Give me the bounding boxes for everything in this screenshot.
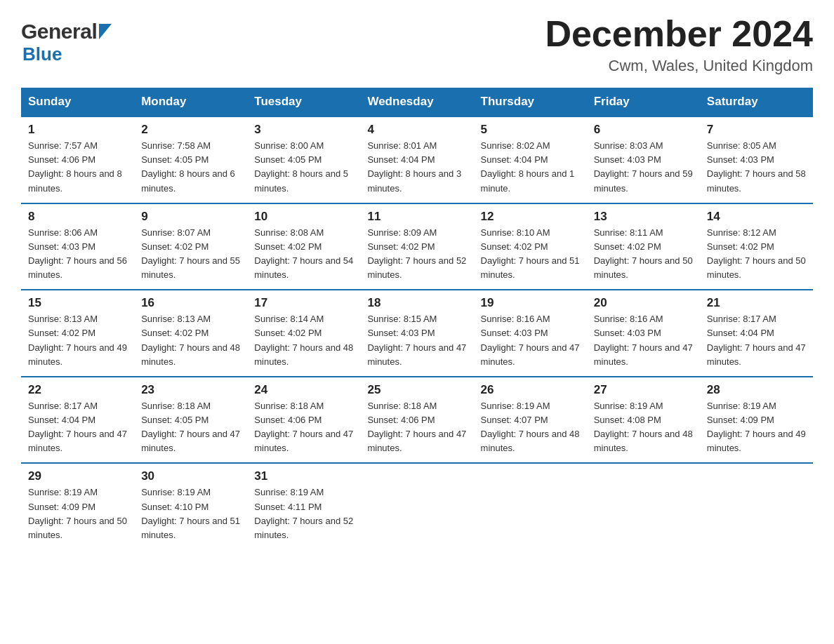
- calendar-cell: [360, 463, 473, 549]
- svg-marker-0: [99, 24, 112, 39]
- logo-general-text: General: [21, 20, 97, 43]
- calendar-cell: 5Sunrise: 8:02 AMSunset: 4:04 PMDaylight…: [474, 116, 587, 203]
- day-number: 1: [28, 123, 127, 137]
- day-info: Sunrise: 7:58 AMSunset: 4:05 PMDaylight:…: [141, 139, 240, 196]
- calendar-cell: 28Sunrise: 8:19 AMSunset: 4:09 PMDayligh…: [700, 377, 813, 464]
- calendar-week-row: 8Sunrise: 8:06 AMSunset: 4:03 PMDaylight…: [21, 203, 813, 290]
- day-info: Sunrise: 8:19 AMSunset: 4:10 PMDaylight:…: [141, 485, 240, 542]
- calendar-cell: 22Sunrise: 8:17 AMSunset: 4:04 PMDayligh…: [21, 377, 134, 464]
- calendar-cell: 9Sunrise: 8:07 AMSunset: 4:02 PMDaylight…: [134, 203, 247, 290]
- day-info: Sunrise: 7:57 AMSunset: 4:06 PMDaylight:…: [28, 139, 127, 196]
- calendar-cell: 11Sunrise: 8:09 AMSunset: 4:02 PMDayligh…: [360, 203, 473, 290]
- day-info: Sunrise: 8:09 AMSunset: 4:02 PMDaylight:…: [367, 226, 466, 283]
- day-number: 30: [141, 469, 240, 483]
- day-number: 18: [367, 296, 466, 310]
- calendar-cell: 13Sunrise: 8:11 AMSunset: 4:02 PMDayligh…: [587, 203, 700, 290]
- day-info: Sunrise: 8:13 AMSunset: 4:02 PMDaylight:…: [28, 312, 127, 369]
- calendar-cell: 2Sunrise: 7:58 AMSunset: 4:05 PMDaylight…: [134, 116, 247, 203]
- day-number: 14: [707, 210, 806, 224]
- day-number: 21: [707, 296, 806, 310]
- day-info: Sunrise: 8:03 AMSunset: 4:03 PMDaylight:…: [594, 139, 693, 196]
- calendar-week-row: 15Sunrise: 8:13 AMSunset: 4:02 PMDayligh…: [21, 290, 813, 377]
- calendar-cell: 16Sunrise: 8:13 AMSunset: 4:02 PMDayligh…: [134, 290, 247, 377]
- calendar-week-row: 1Sunrise: 7:57 AMSunset: 4:06 PMDaylight…: [21, 116, 813, 203]
- day-info: Sunrise: 8:13 AMSunset: 4:02 PMDaylight:…: [141, 312, 240, 369]
- title-block: December 2024 Cwm, Wales, United Kingdom: [545, 14, 813, 75]
- column-header-sunday: Sunday: [21, 88, 134, 116]
- day-number: 4: [367, 123, 466, 137]
- day-info: Sunrise: 8:15 AMSunset: 4:03 PMDaylight:…: [367, 312, 466, 369]
- day-info: Sunrise: 8:19 AMSunset: 4:09 PMDaylight:…: [28, 485, 127, 542]
- day-number: 15: [28, 296, 127, 310]
- calendar-cell: 17Sunrise: 8:14 AMSunset: 4:02 PMDayligh…: [247, 290, 360, 377]
- day-number: 3: [254, 123, 353, 137]
- calendar-cell: 20Sunrise: 8:16 AMSunset: 4:03 PMDayligh…: [587, 290, 700, 377]
- day-info: Sunrise: 8:08 AMSunset: 4:02 PMDaylight:…: [254, 226, 353, 283]
- day-number: 8: [28, 210, 127, 224]
- calendar-week-row: 22Sunrise: 8:17 AMSunset: 4:04 PMDayligh…: [21, 377, 813, 464]
- column-header-saturday: Saturday: [700, 88, 813, 116]
- day-number: 16: [141, 296, 240, 310]
- day-number: 22: [28, 383, 127, 397]
- day-number: 26: [481, 383, 580, 397]
- day-info: Sunrise: 8:18 AMSunset: 4:06 PMDaylight:…: [367, 399, 466, 456]
- logo: General Blue: [21, 14, 112, 65]
- calendar-cell: 27Sunrise: 8:19 AMSunset: 4:08 PMDayligh…: [587, 377, 700, 464]
- day-number: 20: [594, 296, 693, 310]
- calendar-cell: [474, 463, 587, 549]
- day-info: Sunrise: 8:16 AMSunset: 4:03 PMDaylight:…: [481, 312, 580, 369]
- logo-blue-text: Blue: [22, 43, 62, 65]
- day-number: 19: [481, 296, 580, 310]
- calendar-location: Cwm, Wales, United Kingdom: [545, 57, 813, 75]
- day-info: Sunrise: 8:05 AMSunset: 4:03 PMDaylight:…: [707, 139, 806, 196]
- calendar-cell: 23Sunrise: 8:18 AMSunset: 4:05 PMDayligh…: [134, 377, 247, 464]
- column-header-monday: Monday: [134, 88, 247, 116]
- day-info: Sunrise: 8:14 AMSunset: 4:02 PMDaylight:…: [254, 312, 353, 369]
- day-info: Sunrise: 8:18 AMSunset: 4:06 PMDaylight:…: [254, 399, 353, 456]
- day-info: Sunrise: 8:17 AMSunset: 4:04 PMDaylight:…: [707, 312, 806, 369]
- calendar-cell: 12Sunrise: 8:10 AMSunset: 4:02 PMDayligh…: [474, 203, 587, 290]
- calendar-cell: 6Sunrise: 8:03 AMSunset: 4:03 PMDaylight…: [587, 116, 700, 203]
- calendar-cell: 1Sunrise: 7:57 AMSunset: 4:06 PMDaylight…: [21, 116, 134, 203]
- calendar-week-row: 29Sunrise: 8:19 AMSunset: 4:09 PMDayligh…: [21, 463, 813, 549]
- day-number: 13: [594, 210, 693, 224]
- day-number: 17: [254, 296, 353, 310]
- page-header: General Blue December 2024 Cwm, Wales, U…: [21, 14, 813, 75]
- calendar-cell: 3Sunrise: 8:00 AMSunset: 4:05 PMDaylight…: [247, 116, 360, 203]
- day-info: Sunrise: 8:19 AMSunset: 4:08 PMDaylight:…: [594, 399, 693, 456]
- calendar-cell: 24Sunrise: 8:18 AMSunset: 4:06 PMDayligh…: [247, 377, 360, 464]
- day-info: Sunrise: 8:07 AMSunset: 4:02 PMDaylight:…: [141, 226, 240, 283]
- day-number: 24: [254, 383, 353, 397]
- day-info: Sunrise: 8:12 AMSunset: 4:02 PMDaylight:…: [707, 226, 806, 283]
- logo-triangle-icon: [99, 24, 112, 42]
- day-info: Sunrise: 8:11 AMSunset: 4:02 PMDaylight:…: [594, 226, 693, 283]
- day-number: 6: [594, 123, 693, 137]
- day-info: Sunrise: 8:18 AMSunset: 4:05 PMDaylight:…: [141, 399, 240, 456]
- day-number: 23: [141, 383, 240, 397]
- calendar-header-row: SundayMondayTuesdayWednesdayThursdayFrid…: [21, 88, 813, 116]
- calendar-cell: 26Sunrise: 8:19 AMSunset: 4:07 PMDayligh…: [474, 377, 587, 464]
- calendar-cell: 15Sunrise: 8:13 AMSunset: 4:02 PMDayligh…: [21, 290, 134, 377]
- day-info: Sunrise: 8:17 AMSunset: 4:04 PMDaylight:…: [28, 399, 127, 456]
- day-number: 10: [254, 210, 353, 224]
- day-info: Sunrise: 8:16 AMSunset: 4:03 PMDaylight:…: [594, 312, 693, 369]
- calendar-title: December 2024: [545, 14, 813, 54]
- day-number: 27: [594, 383, 693, 397]
- calendar-cell: [587, 463, 700, 549]
- column-header-friday: Friday: [587, 88, 700, 116]
- day-number: 28: [707, 383, 806, 397]
- calendar-cell: 8Sunrise: 8:06 AMSunset: 4:03 PMDaylight…: [21, 203, 134, 290]
- day-info: Sunrise: 8:00 AMSunset: 4:05 PMDaylight:…: [254, 139, 353, 196]
- calendar-cell: 30Sunrise: 8:19 AMSunset: 4:10 PMDayligh…: [134, 463, 247, 549]
- day-number: 9: [141, 210, 240, 224]
- calendar-cell: [700, 463, 813, 549]
- day-info: Sunrise: 8:02 AMSunset: 4:04 PMDaylight:…: [481, 139, 580, 196]
- day-number: 12: [481, 210, 580, 224]
- column-header-thursday: Thursday: [474, 88, 587, 116]
- calendar-cell: 31Sunrise: 8:19 AMSunset: 4:11 PMDayligh…: [247, 463, 360, 549]
- day-info: Sunrise: 8:10 AMSunset: 4:02 PMDaylight:…: [481, 226, 580, 283]
- day-number: 29: [28, 469, 127, 483]
- day-number: 31: [254, 469, 353, 483]
- calendar-cell: 7Sunrise: 8:05 AMSunset: 4:03 PMDaylight…: [700, 116, 813, 203]
- calendar-cell: 18Sunrise: 8:15 AMSunset: 4:03 PMDayligh…: [360, 290, 473, 377]
